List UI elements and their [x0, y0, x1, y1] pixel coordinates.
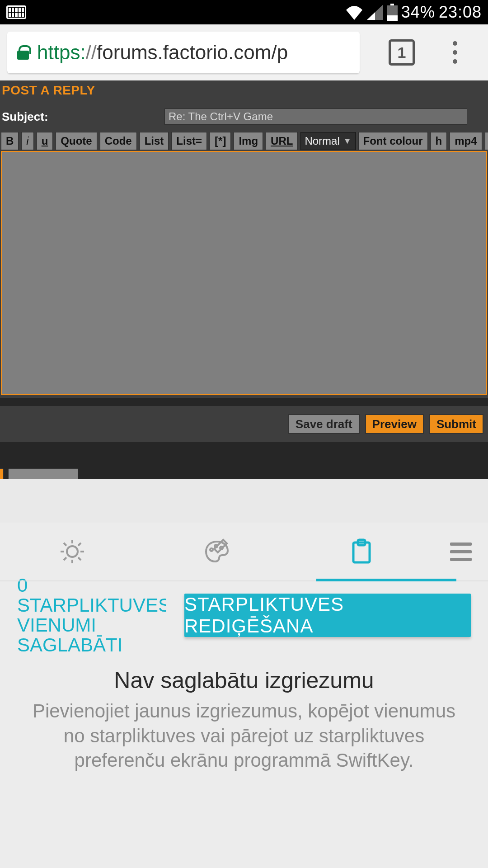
- font-size-select[interactable]: Normal▼: [300, 132, 355, 150]
- kb-active-indicator: [316, 579, 456, 581]
- subject-input[interactable]: [164, 108, 467, 125]
- lock-icon: [17, 45, 29, 60]
- svg-point-3: [67, 546, 78, 557]
- submit-button[interactable]: Submit: [429, 414, 483, 434]
- tab-switcher-button[interactable]: 1: [389, 39, 415, 66]
- svg-point-4: [210, 548, 213, 551]
- kb-tab-settings[interactable]: [0, 537, 145, 566]
- save-draft-button[interactable]: Save draft: [288, 414, 360, 434]
- reply-title: POST A REPLY: [2, 82, 486, 100]
- browser-toolbar: https: // forums.factorio.com/p 1: [0, 24, 488, 80]
- svg-rect-2: [387, 15, 398, 21]
- url-host-path: forums.factorio.com/p: [97, 41, 288, 64]
- url-protocol: https:: [37, 41, 86, 64]
- ordered-list-button[interactable]: List=: [171, 132, 207, 150]
- underline-button[interactable]: u: [37, 132, 53, 150]
- subject-row: Subject:: [0, 104, 488, 130]
- message-textarea[interactable]: [1, 151, 487, 395]
- action-row: Save draft Preview Submit: [0, 406, 488, 442]
- h-button[interactable]: h: [431, 132, 447, 150]
- preview-button[interactable]: Preview: [365, 414, 424, 434]
- keyboard-panel: 0 STARPLIKTUVES VIENUMI SAGLABĀTI STARPL…: [0, 523, 488, 868]
- kb-tab-more[interactable]: [434, 542, 488, 561]
- clipboard-empty-text: Pievienojiet jaunus izgriezumus, kopējot…: [27, 699, 461, 773]
- status-bar: 34% 23:08: [0, 0, 488, 24]
- img-button[interactable]: Img: [234, 132, 263, 150]
- clipboard-edit-button[interactable]: STARPLIKTUVES REDIĢĒŠANA: [184, 594, 471, 637]
- clipboard-empty-heading: Nav saglabātu izgriezumu: [27, 667, 461, 693]
- keyboard-top-tabs: [0, 523, 488, 581]
- list-button[interactable]: List: [140, 132, 169, 150]
- url-button[interactable]: URL: [266, 132, 298, 150]
- browser-menu-button[interactable]: [444, 41, 466, 64]
- tab-stub[interactable]: [8, 468, 78, 479]
- wifi-icon: [345, 5, 363, 20]
- chevron-down-icon: ▼: [343, 137, 352, 146]
- italic-button[interactable]: i: [21, 132, 33, 150]
- mp4-button[interactable]: mp4: [450, 132, 482, 150]
- spoiler-button[interactable]: spoiler: [485, 132, 488, 150]
- keyboard-notification-icon: [6, 5, 26, 19]
- battery-icon: [387, 4, 398, 21]
- subject-label: Subject:: [2, 110, 164, 124]
- tab-stub-active[interactable]: [0, 468, 4, 479]
- bbcode-toolbar: B i u Quote Code List List= [*] Img URL …: [0, 130, 488, 150]
- bold-button[interactable]: B: [1, 132, 19, 150]
- palette-icon: [202, 537, 231, 566]
- clipboard-icon: [347, 537, 376, 566]
- reply-header: POST A REPLY: [0, 80, 488, 104]
- svg-rect-0: [390, 4, 394, 5]
- battery-percent: 34%: [401, 3, 435, 22]
- cell-signal-icon: [367, 5, 383, 20]
- clock-time: 23:08: [439, 3, 482, 22]
- list-item-button[interactable]: [*]: [210, 132, 231, 150]
- hamburger-icon: [450, 542, 472, 561]
- kb-tab-themes[interactable]: [145, 537, 289, 566]
- url-separator: //: [86, 41, 97, 64]
- font-colour-button[interactable]: Font colour: [358, 132, 428, 150]
- tab-count: 1: [398, 44, 406, 61]
- quote-button[interactable]: Quote: [56, 132, 97, 150]
- code-button[interactable]: Code: [100, 132, 137, 150]
- kb-tab-clipboard[interactable]: [289, 537, 434, 566]
- address-bar[interactable]: https: // forums.factorio.com/p: [7, 32, 360, 73]
- gear-icon: [58, 537, 87, 566]
- lower-tab-stubs: [0, 468, 488, 479]
- clipboard-count-label: 0 STARPLIKTUVES VIENUMI SAGLABĀTI: [17, 576, 166, 655]
